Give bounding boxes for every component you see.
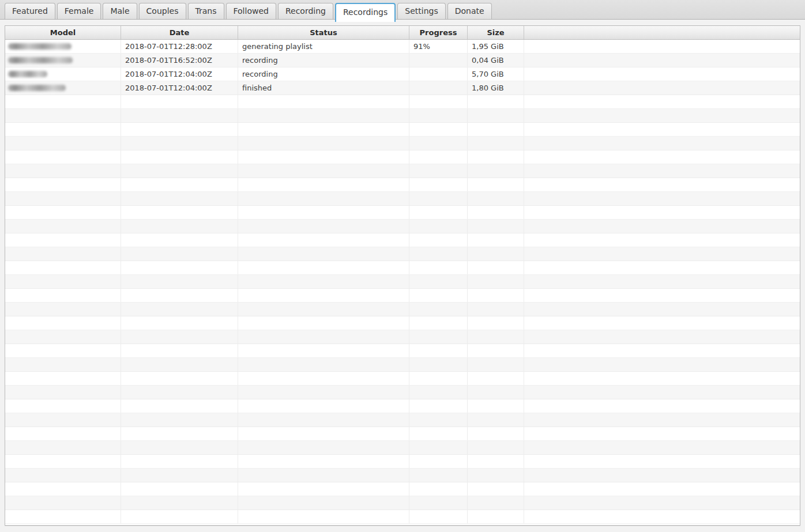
cell-date [121,399,238,413]
column-header-status[interactable]: Status [238,26,409,39]
cell-status [238,178,409,191]
table-row-empty [5,358,800,372]
tab-female[interactable]: Female [57,3,101,19]
table-row-empty [5,137,800,150]
cell-progress [409,178,468,191]
table-row[interactable]: 2018-07-01T12:28:00Zgenerating playlist9… [5,40,800,54]
cell-date [121,330,238,344]
cell-model [5,330,121,344]
cell-date [121,192,238,205]
cell-filler [524,233,800,247]
column-header-size[interactable]: Size [468,26,524,39]
cell-filler [524,344,800,357]
table-row-empty [5,469,800,482]
cell-filler [524,482,800,496]
cell-model [5,137,121,150]
cell-filler [524,206,800,219]
cell-status [238,192,409,205]
column-header-progress[interactable]: Progress [409,26,468,39]
cell-size [468,137,524,150]
cell-model [5,109,121,122]
cell-size [468,482,524,496]
cell-filler [524,164,800,178]
tab-content: ModelDateStatusProgressSize 2018-07-01T1… [0,20,805,532]
table-row-empty [5,303,800,316]
cell-status [238,109,409,122]
tab-male[interactable]: Male [103,3,137,19]
cell-model [5,386,121,399]
cell-size [468,316,524,330]
cell-progress [409,289,468,302]
cell-progress [409,441,468,454]
cell-status [238,482,409,496]
cell-size [468,303,524,316]
tab-recordings[interactable]: Recordings [335,3,396,22]
cell-progress [409,81,468,95]
cell-size [468,150,524,164]
table-row[interactable]: 2018-07-01T12:04:00Zfinished1,80 GiB [5,81,800,95]
cell-model [5,496,121,510]
cell-date [121,275,238,288]
cell-model [5,123,121,136]
cell-size [468,510,524,523]
tab-recording[interactable]: Recording [278,3,333,19]
recordings-table: ModelDateStatusProgressSize 2018-07-01T1… [5,25,800,526]
cell-filler [524,150,800,164]
cell-status [238,496,409,510]
cell-model [5,303,121,316]
cell-filler [524,510,800,523]
cell-size [468,399,524,413]
cell-progress [409,54,468,67]
redacted-model-name [8,71,47,77]
tab-featured[interactable]: Featured [5,3,55,19]
cell-progress [409,109,468,122]
table-row[interactable]: 2018-07-01T16:52:00Zrecording0,04 GiB [5,54,800,67]
cell-size [468,178,524,191]
cell-progress [409,192,468,205]
table-row-empty [5,164,800,178]
table-row-empty [5,427,800,441]
column-header-date[interactable]: Date [121,26,238,39]
tab-followed[interactable]: Followed [226,3,276,19]
redacted-model-name [8,57,73,63]
column-header-model[interactable]: Model [5,26,121,39]
cell-progress [409,482,468,496]
cell-date [121,455,238,468]
tab-trans[interactable]: Trans [188,3,224,19]
tab-settings[interactable]: Settings [397,3,445,19]
cell-filler [524,109,800,122]
cell-filler [524,330,800,344]
cell-filler [524,496,800,510]
table-row-empty [5,275,800,289]
tab-couples[interactable]: Couples [139,3,186,19]
table-row[interactable]: 2018-07-01T12:04:00Zrecording5,70 GiB [5,67,800,81]
cell-status [238,455,409,468]
cell-size [468,344,524,357]
table-header: ModelDateStatusProgressSize [5,26,800,40]
table-row-empty [5,178,800,192]
cell-filler [524,275,800,288]
cell-size [468,358,524,371]
cell-model [5,261,121,274]
cell-model [5,164,121,178]
cell-filler [524,469,800,482]
table-row-empty [5,399,800,413]
cell-model [5,372,121,385]
cell-status [238,150,409,164]
cell-model [5,233,121,247]
cell-status [238,372,409,385]
cell-progress [409,455,468,468]
cell-model [5,399,121,413]
cell-filler [524,247,800,261]
cell-filler [524,386,800,399]
cell-progress [409,95,468,108]
cell-filler [524,316,800,330]
cell-date [121,178,238,191]
cell-model [5,289,121,302]
cell-status [238,164,409,178]
table-row-empty [5,455,800,469]
table-row-empty [5,289,800,303]
cell-status [238,137,409,150]
tab-donate[interactable]: Donate [447,3,492,19]
cell-size [468,220,524,233]
